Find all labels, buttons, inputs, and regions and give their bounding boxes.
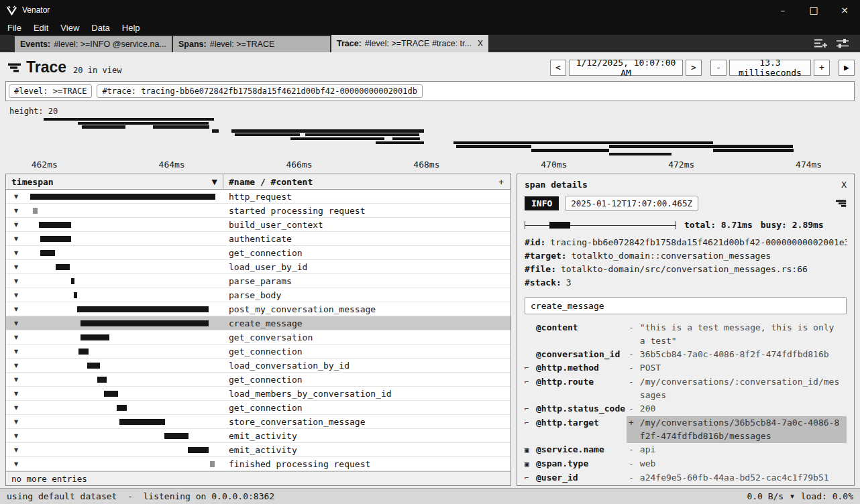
attribute-key: @user_id — [536, 471, 627, 485]
table-row[interactable]: ▼load_conversation_by_id — [6, 359, 510, 373]
collapse-arrow-icon[interactable]: ▼ — [6, 419, 26, 425]
collapse-arrow-icon[interactable]: ▼ — [6, 349, 26, 355]
collapse-arrow-icon[interactable]: ▼ — [6, 278, 26, 284]
filter-chip-1[interactable]: #trace: tracing-bb6e072842fb1758da15f462… — [97, 84, 423, 98]
minimize-button[interactable]: – — [767, 0, 798, 20]
table-row[interactable]: ▼store_conversation_message — [6, 415, 510, 429]
collapse-arrow-icon[interactable]: ▼ — [6, 391, 26, 397]
prev-time-button[interactable]: < — [550, 60, 566, 76]
table-row[interactable]: ▼get_connection — [6, 344, 510, 359]
table-row[interactable]: ▼get_connection — [6, 373, 510, 387]
duration-display[interactable]: 13.3 milliseconds — [729, 60, 811, 76]
collapse-arrow-icon[interactable]: ▼ — [6, 334, 26, 340]
next-time-button[interactable]: > — [686, 60, 702, 76]
filter-bar[interactable]: #level: >=TRACE#trace: tracing-bb6e07284… — [5, 81, 855, 101]
table-row[interactable]: ▼parse_body — [6, 288, 510, 302]
minimap-span-bar — [290, 137, 384, 140]
collapse-arrow-icon[interactable]: ▼ — [6, 292, 26, 298]
attribute-row[interactable]: ⌐@user_id-a24fe9e5-60fb-44aa-bd52-cac4c1… — [525, 471, 847, 485]
attribute-row[interactable]: @conversation_id-36b5cb84-7a0c-4086-8f2f… — [525, 348, 847, 361]
collapse-arrow-icon[interactable]: ▼ — [6, 320, 26, 326]
table-row[interactable]: ▼emit_activity — [6, 443, 510, 457]
details-close-button[interactable]: X — [841, 180, 847, 190]
collapse-arrow-icon[interactable]: ▼ — [6, 405, 26, 411]
attribute-row[interactable]: ⌐@http.route-/my/conversations/:conversa… — [525, 375, 847, 402]
name-cell: get_connection — [223, 403, 303, 413]
menu-data[interactable]: Data — [85, 21, 115, 34]
trace-minimap[interactable] — [5, 117, 855, 156]
span-bar — [39, 222, 71, 228]
table-row[interactable]: ▼started processing request — [6, 204, 510, 218]
settings-sliders-icon[interactable] — [836, 38, 849, 50]
collapse-arrow-icon[interactable]: ▼ — [6, 208, 26, 214]
attribute-row[interactable]: ⌐@http.target+/my/conversations/36b5cb84… — [525, 416, 847, 443]
table-row[interactable]: ▼load_user_by_id — [6, 260, 510, 274]
attribute-row[interactable]: ▣@service.name-api — [525, 443, 847, 457]
attribute-row[interactable]: ⌐@http.method-POST — [525, 361, 847, 375]
table-row[interactable]: ▼post_my_conversation_message — [6, 302, 510, 316]
menu-file[interactable]: File — [1, 21, 28, 34]
close-button[interactable]: × — [829, 0, 860, 20]
collapse-arrow-icon[interactable]: ▼ — [6, 461, 26, 467]
table-row[interactable]: ▼parse_params — [6, 274, 510, 288]
collapse-arrow-icon[interactable]: ▼ — [6, 250, 26, 256]
table-row[interactable]: ▼load_members_by_conversation_id — [6, 387, 510, 401]
table-row[interactable]: ▼build_user_context — [6, 218, 510, 232]
collapse-arrow-icon[interactable]: ▼ — [6, 363, 26, 369]
collapse-arrow-icon[interactable]: ▼ — [6, 306, 26, 312]
timespan-cell — [26, 232, 223, 245]
timespan-column-header[interactable]: timespan ▼ — [6, 174, 223, 189]
span-details-panel: span details X INFO 2025-01-12T17:07:00.… — [517, 174, 855, 486]
table-row[interactable]: ▼authenticate — [6, 232, 510, 246]
table-row[interactable]: ▼emit_activity — [6, 429, 510, 443]
minimap-span-bar — [305, 133, 419, 136]
zoom-out-button[interactable]: - — [710, 60, 727, 76]
attribute-row[interactable]: ▣@span.type-web — [525, 457, 847, 471]
table-row[interactable]: ▼get_connection — [6, 401, 510, 415]
table-row[interactable]: ▼create_message — [6, 316, 510, 330]
time-tick-label: 466ms — [286, 160, 312, 170]
menu-help[interactable]: Help — [116, 21, 146, 34]
span-bar — [188, 447, 209, 453]
table-row[interactable]: ▼finished processing request — [6, 457, 510, 471]
minimap-span-bar — [456, 145, 531, 147]
attribute-row[interactable]: ⌐@http.status_code-200 — [525, 402, 847, 416]
collapse-arrow-icon[interactable]: ▼ — [6, 194, 26, 200]
maximize-button[interactable]: □ — [798, 0, 829, 20]
filter-chip-0[interactable]: #level: >=TRACE — [9, 84, 92, 98]
field-value: tracing-bb6e072842fb1758da15f4621d00bf42… — [550, 237, 847, 247]
tab-spans[interactable]: Spans:#level: >=TRACE — [173, 36, 330, 52]
collapse-arrow-icon[interactable]: ▼ — [6, 264, 26, 270]
new-tab-icon[interactable] — [813, 38, 828, 50]
collapse-arrow-icon[interactable]: ▼ — [6, 236, 26, 242]
tab-events[interactable]: Events:#level: >=INFO @service.na... — [15, 36, 172, 52]
follow-live-button[interactable]: ▶ — [839, 60, 855, 76]
sort-descending-icon[interactable]: ▼ — [212, 178, 217, 186]
statusbar-metrics: 0.0 B/s ▾ load: 0.0% — [747, 491, 853, 501]
table-row[interactable]: ▼get_connection — [6, 246, 510, 260]
timespan-cell — [26, 415, 223, 428]
table-row[interactable]: ▼get_conversation — [6, 330, 510, 344]
attribute-row[interactable]: @content-"this is a test message, this i… — [525, 321, 847, 348]
collapse-arrow-icon[interactable]: ▼ — [6, 433, 26, 439]
zoom-in-button[interactable]: + — [814, 60, 830, 76]
collapse-arrow-icon[interactable]: ▼ — [6, 447, 26, 453]
add-column-button[interactable]: + — [498, 177, 504, 187]
span-name-input[interactable] — [525, 297, 847, 314]
collapse-arrow-icon[interactable]: ▼ — [6, 377, 26, 383]
menu-view[interactable]: View — [54, 21, 85, 34]
time-axis: 462ms464ms466ms468ms470ms472ms474ms — [5, 156, 855, 173]
datetime-display[interactable]: 1/12/2025, 10:07:00 AM — [569, 60, 683, 76]
table-row[interactable]: ▼http_request — [6, 190, 510, 204]
tab-close-icon[interactable]: X — [478, 39, 483, 48]
tab-trace[interactable]: Trace:#level: >=TRACE #trace: tr...X — [331, 35, 488, 52]
attribute-value: -/my/conversations/:conversation_id/mess… — [627, 375, 847, 402]
menu-edit[interactable]: Edit — [28, 21, 54, 34]
ingest-dropdown-icon[interactable]: ▾ — [790, 492, 794, 501]
total-duration: total: 8.71ms — [684, 220, 753, 230]
height-label: height: — [9, 107, 44, 116]
collapse-arrow-icon[interactable]: ▼ — [6, 222, 26, 228]
field-label: #id: — [525, 237, 545, 247]
focus-trace-icon[interactable] — [836, 199, 847, 208]
timespan-cell — [26, 288, 223, 302]
